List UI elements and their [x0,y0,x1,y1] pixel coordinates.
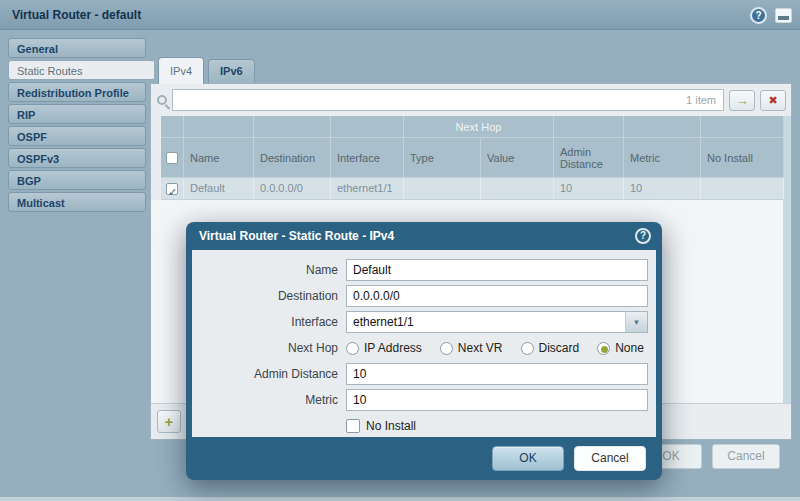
modal-ok-button[interactable]: OK [492,446,564,471]
group-header-cell [624,116,701,138]
row-cell-no-install[interactable] [701,178,784,200]
sidebar-nav: General Static Routes Redistribution Pro… [8,38,158,214]
col-header-name[interactable]: Name [184,138,254,178]
item-count: 1 item [686,94,716,106]
sidebar-item-ospfv3[interactable]: OSPFv3 [8,148,146,168]
sidebar-item-redistribution-profile[interactable]: Redistribution Profile [8,82,146,102]
no-install-label: No Install [366,419,416,433]
help-icon[interactable]: ? [750,7,767,24]
modal-body: Name Destination Interface ▼ Next Hop [192,250,656,437]
col-header-value[interactable]: Value [481,138,554,178]
sidebar-item-multicast[interactable]: Multicast [8,192,146,212]
interface-dropdown-icon[interactable]: ▼ [625,311,648,333]
modal-titlebar: Virtual Router - Static Route - IPv4 ? [186,222,662,250]
name-field[interactable] [346,259,648,281]
row-cell-name[interactable]: Default [184,178,254,200]
apply-filter-button[interactable]: → [729,90,755,111]
destination-row: Destination [200,285,648,307]
radio-ip-address[interactable]: IP Address [346,341,422,355]
group-header-cell [184,116,254,138]
dialog-cancel-button[interactable]: Cancel [712,444,780,469]
select-all-cell [161,138,184,178]
interface-label: Interface [200,315,338,329]
col-header-no-install[interactable]: No Install [701,138,784,178]
modal-footer: OK Cancel [186,437,662,480]
sidebar-item-static-routes[interactable]: Static Routes [8,60,154,80]
radio-discard[interactable]: Discard [521,341,580,355]
add-route-button[interactable]: + [157,410,181,433]
radio-ip-address-icon[interactable] [346,342,359,355]
interface-row: Interface ▼ [200,311,648,333]
radio-none[interactable]: None [597,341,644,355]
interface-field[interactable] [346,311,625,333]
search-input[interactable] [172,89,724,111]
dialog-titlebar: Virtual Router - default ? [0,0,800,30]
group-header-cell [554,116,624,138]
group-header-cell [331,116,404,138]
group-header-cell [161,116,184,138]
radio-next-vr[interactable]: Next VR [440,341,503,355]
search-icon [157,95,167,105]
tab-ipv4[interactable]: IPv4 [158,57,204,84]
dialog-bottom-edge [0,497,800,501]
destination-label: Destination [200,289,338,303]
next-hop-radio-group: IP Address Next VR Discard None [346,341,644,355]
col-header-type[interactable]: Type [404,138,481,178]
name-row: Name [200,259,648,281]
row-cell-interface[interactable]: ethernet1/1 [331,178,404,200]
col-header-destination[interactable]: Destination [254,138,331,178]
radio-next-vr-icon[interactable] [440,342,453,355]
group-header-cell [701,116,784,138]
window-minimize-icon[interactable] [775,8,792,23]
modal-help-icon[interactable]: ? [635,228,651,244]
admin-distance-row: Admin Distance [200,363,648,385]
metric-label: Metric [200,393,338,407]
row-cell-value[interactable] [481,178,554,200]
group-header-next-hop: Next Hop [404,116,554,138]
static-route-modal: Virtual Router - Static Route - IPv4 ? N… [186,222,662,480]
col-header-admin-distance[interactable]: Admin Distance [554,138,624,178]
admin-distance-label: Admin Distance [200,367,338,381]
col-header-metric[interactable]: Metric [624,138,701,178]
no-install-checkbox[interactable] [346,419,360,433]
tab-ipv6[interactable]: IPv6 [208,59,255,83]
search-row: 1 item → ✖ [157,89,786,111]
sidebar-item-general[interactable]: General [8,38,146,58]
radio-discard-icon[interactable] [521,342,534,355]
row-cell-destination[interactable]: 0.0.0.0/0 [254,178,331,200]
row-cell-metric[interactable]: 10 [624,178,701,200]
name-label: Name [200,263,338,277]
sidebar-item-ospf[interactable]: OSPF [8,126,146,146]
row-checkbox[interactable] [166,183,178,195]
modal-title: Virtual Router - Static Route - IPv4 [199,222,394,250]
metric-row: Metric [200,389,648,411]
dialog-title: Virtual Router - default [12,0,141,30]
destination-field[interactable] [346,285,648,307]
static-routes-table: Next Hop Name Destination Interface Type… [161,116,784,200]
no-install-row: No Install [200,415,648,437]
group-header-cell [254,116,331,138]
admin-distance-field[interactable] [346,363,648,385]
select-all-checkbox[interactable] [166,152,178,164]
col-header-interface[interactable]: Interface [331,138,404,178]
metric-field[interactable] [346,389,648,411]
sidebar-item-bgp[interactable]: BGP [8,170,146,190]
modal-cancel-button[interactable]: Cancel [574,446,646,471]
ip-version-tabs: IPv4 IPv6 [158,57,255,83]
next-hop-label: Next Hop [200,341,338,355]
radio-none-icon[interactable] [597,342,610,355]
next-hop-row: Next Hop IP Address Next VR Discard [200,337,648,359]
virtual-router-dialog: Virtual Router - default ? General Stati… [0,0,800,501]
table-scrollbar [783,116,791,403]
clear-filter-button[interactable]: ✖ [760,90,786,111]
row-cell-type[interactable] [404,178,481,200]
row-cell-admin-distance[interactable]: 10 [554,178,624,200]
sidebar-item-rip[interactable]: RIP [8,104,146,124]
row-select-cell [161,178,184,200]
